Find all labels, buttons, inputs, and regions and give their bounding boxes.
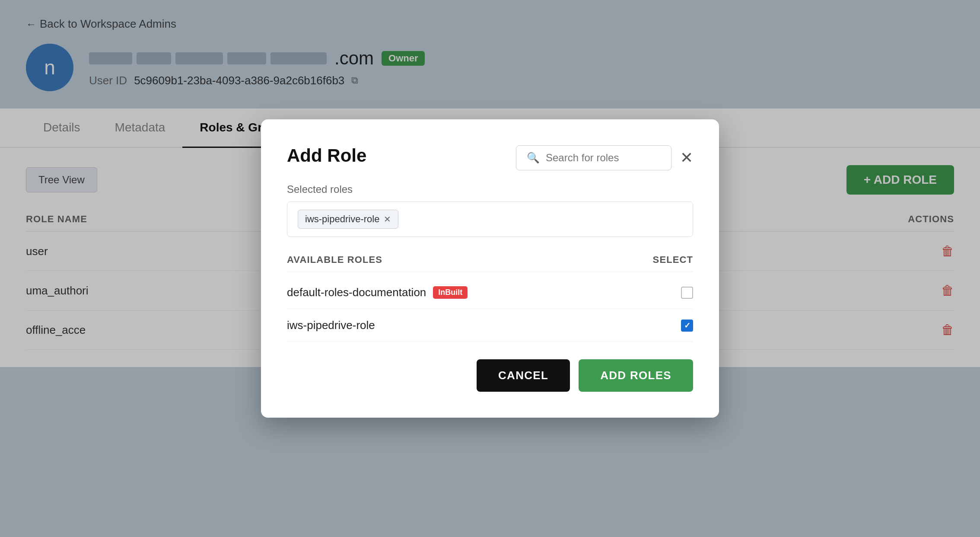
selected-roles-box: iws-pipedrive-role ✕ (287, 201, 693, 237)
modal-search-close: 🔍 ✕ (516, 145, 693, 170)
modal-overlay: Add Role 🔍 ✕ Selected roles iws-pipedriv… (0, 0, 980, 537)
modal-title: Add Role (287, 145, 366, 166)
background-page: ← Back to Workspace Admins n .com Owner … (0, 0, 980, 537)
close-button[interactable]: ✕ (680, 150, 693, 166)
cancel-button[interactable]: CANCEL (477, 359, 570, 392)
modal-header: Add Role 🔍 ✕ (287, 145, 693, 170)
role-checkbox-2[interactable] (681, 320, 693, 332)
selected-roles-label: Selected roles (287, 183, 693, 195)
select-col-label: SELECT (653, 254, 693, 265)
add-role-modal: Add Role 🔍 ✕ Selected roles iws-pipedriv… (261, 119, 719, 418)
search-box[interactable]: 🔍 (516, 145, 671, 170)
role-checkbox-1[interactable] (681, 287, 693, 299)
selected-role-name-1: iws-pipedrive-role (305, 214, 379, 225)
selected-role-tag-1: iws-pipedrive-role ✕ (298, 210, 398, 229)
role-name-2: iws-pipedrive-role (287, 319, 375, 332)
inbuilt-badge: InBuilt (433, 286, 468, 299)
role-tag-remove-1[interactable]: ✕ (384, 214, 391, 224)
search-icon: 🔍 (527, 152, 540, 164)
role-name-1: default-roles-documentation InBuilt (287, 286, 468, 299)
modal-footer: CANCEL ADD ROLES (287, 359, 693, 392)
available-roles-title: AVAILABLE ROLES (287, 254, 382, 265)
search-input[interactable] (546, 152, 661, 164)
role-list-item-1: default-roles-documentation InBuilt (287, 276, 693, 309)
role-list-item-2: iws-pipedrive-role (287, 309, 693, 342)
available-roles-header: AVAILABLE ROLES SELECT (287, 250, 693, 272)
add-roles-button[interactable]: ADD ROLES (579, 359, 693, 392)
